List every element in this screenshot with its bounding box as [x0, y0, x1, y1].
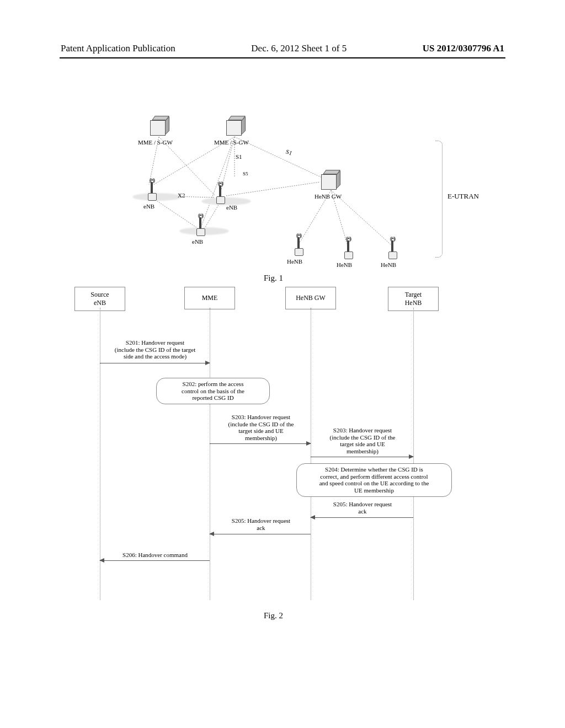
enb-3-label: eNB	[192, 238, 203, 245]
mme-sgw-1-icon	[150, 116, 169, 135]
process-s204: S204: Determine whether the CSG ID is co…	[296, 463, 452, 497]
eutran-bracket	[435, 141, 443, 258]
fig2-caption: Fig. 2	[264, 611, 283, 620]
henb-gw-label: HeNB GW	[315, 193, 342, 200]
mme-sgw-1-label: MME / S-GW	[138, 139, 173, 146]
mme-sgw-2-icon	[226, 116, 245, 135]
henb-1-label: HeNB	[287, 258, 302, 265]
arrow-s205b	[210, 534, 311, 534]
header-left: Patent Application Publication	[61, 43, 175, 54]
arrow-s205a	[311, 517, 413, 518]
arrow-s201	[100, 363, 210, 363]
enb-tower-icon: ((•))	[214, 181, 226, 204]
header-mid: Dec. 6, 2012 Sheet 1 of 5	[251, 43, 347, 54]
lifeline	[311, 308, 312, 600]
s5-link-label: S5	[243, 171, 248, 176]
enb-tower-icon: ((•))	[146, 178, 158, 201]
msg-s203a: S203: Handover request (include the CSG …	[212, 414, 310, 442]
henb-gw-icon	[321, 170, 340, 189]
figure-1: MME / S-GW MME / S-GW HeNB GW ((•)) eNB …	[127, 116, 436, 273]
lifeline	[210, 308, 211, 600]
enb-1-label: eNB	[143, 203, 154, 210]
msg-s203b: S203: Handover request (include the CSG …	[313, 427, 412, 455]
msg-s201: S201: Handover request (include the CSG …	[102, 339, 208, 360]
arrow-s203a	[210, 443, 311, 444]
header-rule	[60, 57, 505, 58]
lifeline	[100, 308, 101, 600]
process-s202: S202: perform the access control on the …	[156, 378, 270, 404]
actor-mme: MME	[184, 287, 235, 309]
figure-2: Source eNB MME HeNB GW Target HeNB S201:…	[74, 287, 450, 607]
arrow-s203b	[311, 457, 413, 457]
enb-2-label: eNB	[226, 204, 237, 211]
fig1-caption: Fig. 1	[264, 274, 283, 283]
henb-tower-icon: ((•))	[386, 236, 398, 259]
svg-line-1	[159, 137, 215, 196]
actor-henb-gw: HeNB GW	[285, 287, 336, 309]
arrow-s206	[100, 560, 210, 561]
s1-link-label: S1	[236, 153, 242, 160]
msg-s206: S206: Handover command	[102, 552, 208, 559]
henb-3-label: HeNB	[381, 261, 396, 268]
svg-line-7	[226, 182, 320, 196]
msg-s205b: S205: Handover request ack	[211, 517, 311, 531]
x2-link-label: X2	[178, 192, 185, 199]
henb-2-label: HeNB	[337, 261, 352, 268]
enb-tower-icon: ((•))	[194, 213, 206, 236]
lifeline	[413, 308, 414, 600]
henb-tower-icon: ((•))	[292, 233, 305, 256]
msg-s205a: S205: Handover request ack	[313, 501, 412, 515]
mme-sgw-2-label: MME / S-GW	[214, 139, 249, 146]
eutran-label: E-UTRAN	[447, 192, 479, 201]
henb-tower-icon: ((•))	[342, 236, 354, 259]
header-right: US 2012/0307796 A1	[423, 43, 504, 54]
